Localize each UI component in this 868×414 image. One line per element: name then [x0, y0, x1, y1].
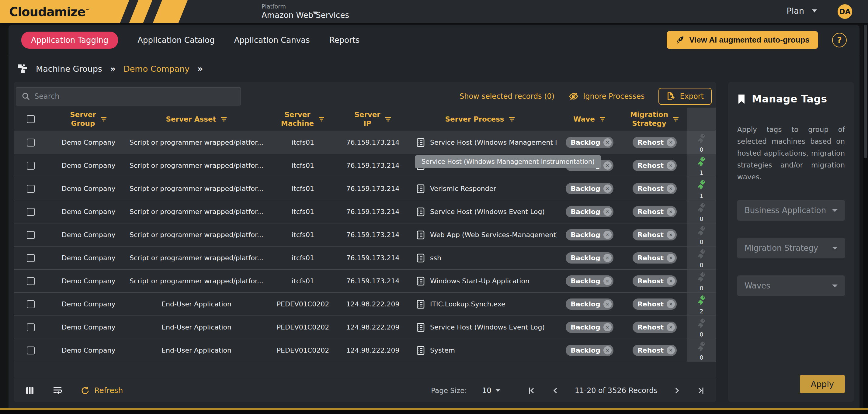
filter-icon[interactable] [385, 117, 392, 122]
view-ai-auto-groups-button[interactable]: View AI augmented auto-groups [666, 31, 818, 49]
row-checkbox[interactable] [27, 254, 35, 262]
chip-remove-icon[interactable]: ✕ [603, 208, 612, 216]
filter-icon[interactable] [599, 117, 606, 122]
cell-tags[interactable]: 0 [687, 131, 716, 154]
chip-remove-icon[interactable]: ✕ [603, 138, 612, 147]
user-avatar[interactable]: DA [838, 4, 852, 19]
table-row[interactable]: Demo Company Script or programmer wrappe… [14, 247, 716, 269]
row-checkbox[interactable] [27, 231, 35, 239]
show-selected-records-link[interactable]: Show selected records (0) [460, 92, 554, 101]
chip-remove-icon[interactable]: ✕ [603, 277, 612, 285]
table-row[interactable]: Demo Company Script or programmer wrappe… [14, 223, 716, 247]
page-size-select[interactable]: 10 [482, 386, 500, 395]
cell-server-group: Demo Company [48, 339, 130, 362]
cell-wave: Backlog ✕ [557, 247, 622, 269]
chip-remove-icon[interactable]: ✕ [603, 300, 612, 308]
chip-remove-icon[interactable]: ✕ [666, 277, 675, 285]
cell-tags[interactable]: 0 [687, 316, 716, 339]
chip-remove-icon[interactable]: ✕ [603, 254, 612, 262]
breadcrumb-separator: » [110, 64, 116, 74]
chip-remove-icon[interactable]: ✕ [603, 323, 612, 331]
export-button[interactable]: Export [658, 88, 712, 105]
page-scrollbar[interactable] [863, 23, 868, 408]
row-checkbox[interactable] [27, 208, 35, 216]
table-row[interactable]: Demo Company Script or programmer wrappe… [14, 154, 716, 177]
search-box[interactable] [16, 87, 241, 105]
table-row[interactable]: Demo Company Script or programmer wrappe… [14, 131, 716, 154]
chip-remove-icon[interactable]: ✕ [666, 300, 675, 308]
filter-icon[interactable] [508, 117, 515, 122]
plan-menu[interactable]: Plan [787, 6, 817, 15]
business-application-dropdown[interactable]: Business Application [737, 200, 845, 221]
filter-icon[interactable] [220, 117, 227, 122]
row-checkbox[interactable] [27, 323, 35, 331]
cell-migration-strategy: Rehost ✕ [622, 247, 687, 269]
chip-remove-icon[interactable]: ✕ [666, 208, 675, 216]
filter-icon[interactable] [673, 117, 679, 122]
row-checkbox[interactable] [27, 185, 35, 193]
tab-application-canvas[interactable]: Application Canvas [234, 36, 310, 45]
search-input[interactable] [34, 92, 235, 101]
tab-application-tagging[interactable]: Application Tagging [21, 32, 118, 49]
previous-page-button[interactable] [551, 386, 560, 395]
help-button[interactable]: ? [832, 33, 847, 47]
platform-label: Platform [261, 3, 322, 10]
process-icon [416, 299, 425, 309]
migration-strategy-dropdown[interactable]: Migration Strategy [737, 238, 845, 258]
breadcrumb-machine-groups[interactable]: Machine Groups [36, 64, 102, 73]
cell-tags[interactable]: 0 [687, 223, 716, 246]
chip-remove-icon[interactable]: ✕ [666, 346, 675, 354]
table-row[interactable]: Demo Company End-User Application PEDEV0… [14, 339, 716, 362]
cell-tags[interactable]: 2 [687, 293, 716, 316]
tab-application-catalog[interactable]: Application Catalog [137, 36, 214, 45]
chip-remove-icon[interactable]: ✕ [603, 185, 612, 193]
chip-remove-icon[interactable]: ✕ [666, 323, 675, 331]
cell-tags[interactable]: 0 [687, 200, 716, 223]
scrollbar-thumb[interactable] [864, 25, 867, 158]
chip-remove-icon[interactable]: ✕ [666, 138, 675, 147]
wave-chip: Backlog ✕ [566, 183, 614, 194]
table-row[interactable]: Demo Company End-User Application PEDEV0… [14, 316, 716, 339]
tag-count: 0 [700, 216, 703, 222]
chip-remove-icon[interactable]: ✕ [603, 346, 612, 354]
cell-tags[interactable]: 0 [687, 247, 716, 269]
next-page-button[interactable] [673, 386, 681, 395]
chip-remove-icon[interactable]: ✕ [666, 254, 675, 262]
platform-selector[interactable]: Platform Amazon Web Services [261, 3, 322, 20]
select-all-checkbox[interactable] [27, 115, 35, 123]
row-checkbox[interactable] [27, 347, 35, 354]
last-page-button[interactable] [696, 386, 705, 395]
cell-tags[interactable]: 0 [687, 269, 716, 292]
cell-tags[interactable]: 1 [687, 154, 716, 177]
cell-tags[interactable]: 0 [687, 339, 716, 362]
table-row[interactable]: Demo Company End-User Application PEDEV0… [14, 293, 716, 316]
waves-dropdown[interactable]: Waves [737, 276, 845, 296]
cell-migration-strategy: Rehost ✕ [622, 339, 687, 362]
row-checkbox[interactable] [27, 277, 35, 285]
table-row[interactable]: Demo Company Script or programmer wrappe… [14, 269, 716, 293]
tab-reports[interactable]: Reports [330, 36, 360, 45]
row-checkbox[interactable] [27, 300, 35, 308]
breadcrumb-demo-company[interactable]: Demo Company [123, 64, 189, 73]
row-wrap-button[interactable] [52, 386, 63, 395]
columns-settings-button[interactable] [25, 386, 35, 395]
row-checkbox[interactable] [27, 138, 35, 147]
filter-icon[interactable] [100, 117, 107, 122]
export-label: Export [680, 92, 704, 101]
chip-remove-icon[interactable]: ✕ [666, 161, 675, 170]
first-page-button[interactable] [527, 386, 536, 395]
chip-remove-icon[interactable]: ✕ [666, 231, 675, 239]
chip-remove-icon[interactable]: ✕ [603, 161, 612, 170]
table-row[interactable]: Demo Company Script or programmer wrappe… [14, 200, 716, 223]
table-row[interactable]: Demo Company Script or programmer wrappe… [14, 177, 716, 200]
ignore-processes-button[interactable]: Ignore Processes [568, 91, 645, 101]
filter-icon[interactable] [318, 117, 325, 122]
chip-remove-icon[interactable]: ✕ [666, 185, 675, 193]
cell-tags[interactable]: 1 [687, 177, 716, 200]
cell-server-machine: itcfs01 [264, 223, 342, 246]
apply-button[interactable]: Apply [800, 375, 845, 393]
refresh-button[interactable]: Refresh [80, 386, 123, 395]
row-checkbox[interactable] [27, 162, 35, 170]
process-icon [416, 184, 425, 194]
chip-remove-icon[interactable]: ✕ [603, 231, 612, 239]
